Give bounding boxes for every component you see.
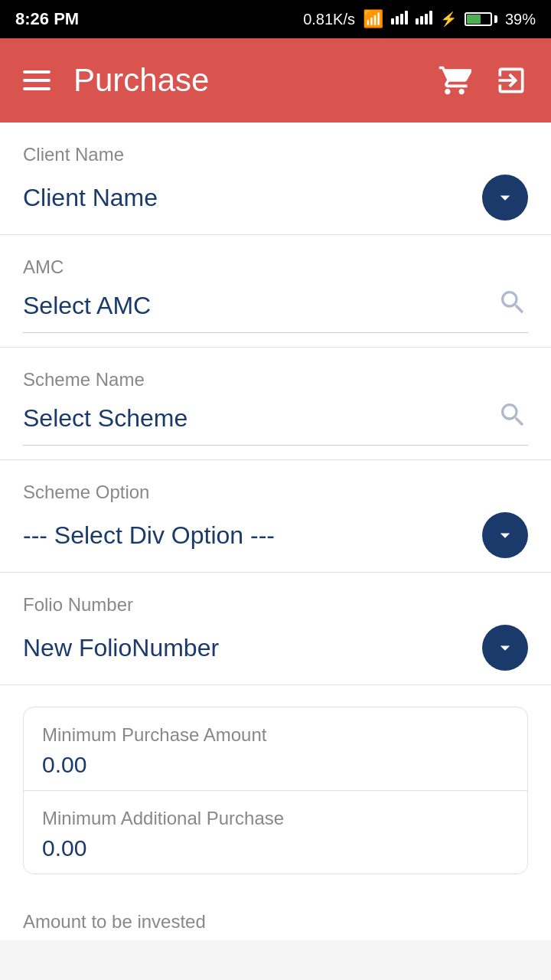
folio-number-label: Folio Number (23, 594, 528, 616)
amc-row: Select AMC (23, 287, 528, 333)
scheme-name-field: Scheme Name Select Scheme (0, 348, 551, 460)
amc-value: Select AMC (23, 292, 151, 320)
svg-rect-4 (416, 18, 419, 24)
form-content: Client Name Client Name AMC Select AMC S… (0, 122, 551, 940)
scheme-name-value: Select Scheme (23, 404, 187, 433)
folio-number-value: New FolioNumber (23, 634, 219, 662)
scheme-name-label: Scheme Name (23, 369, 528, 390)
scheme-option-row: --- Select Div Option --- (23, 512, 528, 558)
min-additional-purchase-row: Minimum Additional Purchase 0.00 (24, 790, 527, 874)
charging-icon: ⚡ (440, 11, 457, 28)
info-card: Minimum Purchase Amount 0.00 Minimum Add… (23, 707, 528, 874)
client-name-label: Client Name (23, 144, 528, 165)
amc-label: AMC (23, 256, 528, 278)
client-name-row: Client Name (23, 175, 528, 220)
min-purchase-row: Minimum Purchase Amount 0.00 (24, 707, 527, 790)
min-purchase-label: Minimum Purchase Amount (42, 724, 509, 746)
svg-rect-2 (400, 14, 403, 24)
min-purchase-value: 0.00 (42, 752, 509, 778)
scheme-option-label: Scheme Option (23, 482, 528, 503)
app-bar-left: Purchase (23, 62, 209, 99)
scheme-option-field: Scheme Option --- Select Div Option --- (0, 460, 551, 573)
min-additional-label: Minimum Additional Purchase (42, 808, 509, 829)
signal-icon-1 (391, 11, 408, 28)
logout-button[interactable] (494, 64, 528, 97)
min-additional-value: 0.00 (42, 835, 509, 861)
menu-button[interactable] (23, 70, 51, 90)
svg-rect-1 (396, 16, 399, 24)
page-title: Purchase (73, 62, 209, 99)
battery-icon (465, 12, 497, 26)
app-bar: Purchase (0, 38, 551, 122)
svg-rect-5 (420, 16, 423, 24)
amc-field: AMC Select AMC (0, 235, 551, 348)
folio-number-row: New FolioNumber (23, 625, 528, 671)
battery-level: 39% (505, 11, 536, 28)
status-bar: 8:26 PM 0.81K/s 📶 ⚡ (0, 0, 551, 38)
signal-icon-2 (416, 11, 432, 28)
network-speed: 0.81K/s (303, 11, 355, 28)
svg-rect-6 (425, 14, 428, 24)
cart-button[interactable] (438, 64, 471, 97)
folio-number-field: Folio Number New FolioNumber (0, 573, 551, 685)
client-name-dropdown[interactable] (482, 175, 528, 220)
client-name-value: Client Name (23, 184, 158, 212)
amount-label: Amount to be invested (23, 911, 528, 933)
wifi-icon: 📶 (363, 9, 383, 29)
svg-rect-7 (429, 11, 432, 24)
scheme-option-value: --- Select Div Option --- (23, 521, 275, 550)
scheme-name-row: Select Scheme (23, 400, 528, 446)
amc-search-button[interactable] (497, 287, 528, 325)
svg-rect-3 (405, 11, 408, 24)
status-time: 8:26 PM (15, 9, 79, 29)
folio-number-dropdown[interactable] (482, 625, 528, 671)
amount-section: Amount to be invested (0, 896, 551, 940)
app-bar-right (438, 64, 528, 97)
scheme-search-button[interactable] (497, 400, 528, 437)
status-right: 0.81K/s 📶 ⚡ (303, 9, 536, 29)
client-name-field: Client Name Client Name (0, 122, 551, 235)
scheme-option-dropdown[interactable] (482, 512, 528, 558)
svg-rect-0 (391, 18, 394, 24)
